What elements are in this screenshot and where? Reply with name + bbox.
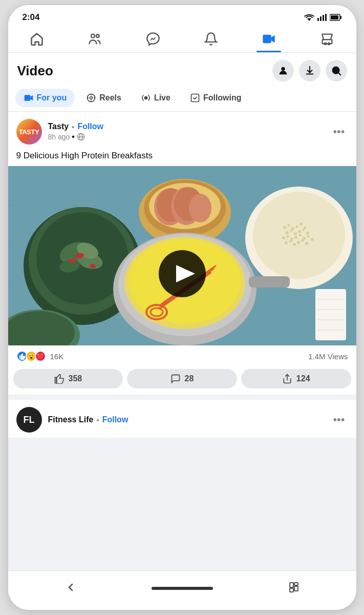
- back-icon: [65, 581, 77, 593]
- post-card-2: FL Fitness Life • Follow •••: [8, 400, 356, 438]
- svg-point-54: [287, 224, 290, 227]
- tab-live[interactable]: Live: [133, 89, 179, 107]
- like-button-1[interactable]: 358: [13, 369, 123, 388]
- reels-icon: [86, 93, 96, 103]
- download-button[interactable]: [299, 60, 320, 81]
- tab-following-label: Following: [203, 93, 242, 102]
- tab-for-you-label: For you: [37, 93, 67, 102]
- following-icon: [190, 93, 200, 103]
- status-time: 2:04: [23, 12, 40, 23]
- svg-point-8: [91, 34, 95, 38]
- like-icon: [54, 374, 64, 384]
- svg-rect-2: [320, 16, 322, 21]
- svg-point-68: [294, 236, 297, 239]
- svg-rect-7: [331, 15, 338, 19]
- tab-reels[interactable]: Reels: [78, 89, 130, 107]
- svg-point-65: [282, 236, 285, 239]
- svg-rect-18: [24, 95, 30, 101]
- reaction-count-1: 16K: [50, 352, 64, 361]
- comment-button-1[interactable]: 28: [127, 369, 237, 388]
- back-button[interactable]: [57, 577, 84, 600]
- follow-button-2[interactable]: Follow: [102, 415, 129, 424]
- svg-line-17: [338, 73, 340, 75]
- svg-rect-89: [315, 289, 346, 340]
- share-icon: [282, 374, 292, 384]
- post-meta-bottom-1: 8h ago •: [48, 132, 324, 141]
- share-button-1[interactable]: 124: [241, 369, 351, 388]
- tab-following[interactable]: Following: [182, 89, 250, 107]
- post-meta-2: Fitness Life • Follow: [48, 415, 324, 424]
- phone-frame: 2:04: [8, 5, 356, 610]
- reaction-emojis-1: 😮 ❤️: [16, 351, 46, 362]
- live-icon: [141, 93, 151, 103]
- search-button[interactable]: [326, 60, 347, 81]
- svg-rect-27: [191, 94, 199, 102]
- profile-button[interactable]: [272, 60, 294, 81]
- svg-point-74: [289, 240, 291, 243]
- svg-point-71: [307, 235, 309, 238]
- recents-button[interactable]: [281, 577, 307, 600]
- nav-item-notifications[interactable]: [199, 30, 223, 48]
- svg-point-75: [293, 243, 296, 246]
- svg-point-72: [311, 238, 314, 241]
- svg-rect-6: [340, 16, 341, 19]
- avatar-fitness-life: FL: [16, 407, 42, 433]
- svg-marker-0: [307, 18, 311, 22]
- svg-point-57: [299, 222, 303, 225]
- post-more-button-1[interactable]: •••: [330, 124, 348, 139]
- poster-name-1: Tasty: [48, 122, 69, 131]
- svg-point-42: [69, 259, 76, 263]
- nav-item-home[interactable]: [25, 30, 49, 48]
- svg-point-61: [294, 232, 297, 235]
- svg-marker-19: [30, 95, 33, 100]
- post-actions-1: 358 28 124: [8, 367, 356, 395]
- svg-point-76: [297, 241, 300, 244]
- post-title-1: 9 Delicious High Protein Breakfasts: [8, 149, 356, 166]
- battery-icon: [330, 14, 342, 21]
- reactions-left-1: 😮 ❤️ 16K: [16, 351, 64, 362]
- post-header-1: TASTY Tasty • Follow 8h ago •: [8, 112, 356, 149]
- wifi-icon: [304, 14, 314, 21]
- nav-item-messenger[interactable]: [141, 30, 165, 48]
- page-header: Video: [8, 53, 356, 87]
- post-header-2: FL Fitness Life • Follow •••: [16, 407, 348, 433]
- svg-rect-101: [290, 583, 293, 587]
- svg-rect-83: [249, 276, 290, 288]
- tab-for-you[interactable]: For you: [15, 89, 75, 107]
- svg-marker-11: [271, 35, 275, 43]
- post-meta-top-2: Fitness Life • Follow: [48, 415, 324, 424]
- feed: TASTY Tasty • Follow 8h ago •: [8, 112, 356, 570]
- post-time-1: 8h ago: [48, 133, 70, 141]
- svg-point-21: [90, 97, 93, 99]
- post-avatar-1: TASTY: [16, 119, 42, 145]
- follow-button-1[interactable]: Follow: [77, 122, 103, 131]
- nav-item-video[interactable]: [256, 30, 281, 48]
- tab-bar: For you Reels Live F: [8, 87, 356, 112]
- svg-rect-10: [263, 35, 271, 43]
- status-bar: 2:04: [8, 5, 356, 27]
- svg-rect-103: [294, 586, 298, 591]
- svg-point-64: [306, 232, 309, 235]
- poster-dot-1: •: [72, 122, 74, 131]
- search-icon: [331, 65, 342, 76]
- reaction-love: ❤️: [35, 351, 46, 362]
- svg-point-78: [305, 242, 308, 245]
- svg-point-62: [298, 230, 301, 233]
- nav-item-marketplace[interactable]: [315, 30, 339, 48]
- svg-point-58: [304, 227, 306, 229]
- bottom-nav: [8, 570, 356, 610]
- svg-point-60: [290, 230, 292, 232]
- post-video-1[interactable]: [8, 166, 356, 345]
- svg-point-9: [96, 34, 99, 37]
- svg-rect-1: [317, 18, 319, 21]
- post-meta-1: Tasty • Follow 8h ago •: [48, 122, 324, 141]
- video-thumbnail-1: [8, 166, 356, 345]
- svg-point-59: [286, 231, 289, 234]
- post-more-button-2[interactable]: •••: [330, 412, 348, 427]
- poster-dot-2: •: [96, 416, 99, 424]
- post-meta-top-1: Tasty • Follow: [48, 122, 324, 131]
- svg-point-63: [302, 229, 305, 231]
- header-actions: [272, 60, 347, 81]
- poster-name-2: Fitness Life: [48, 415, 94, 424]
- nav-item-friends[interactable]: [82, 30, 107, 48]
